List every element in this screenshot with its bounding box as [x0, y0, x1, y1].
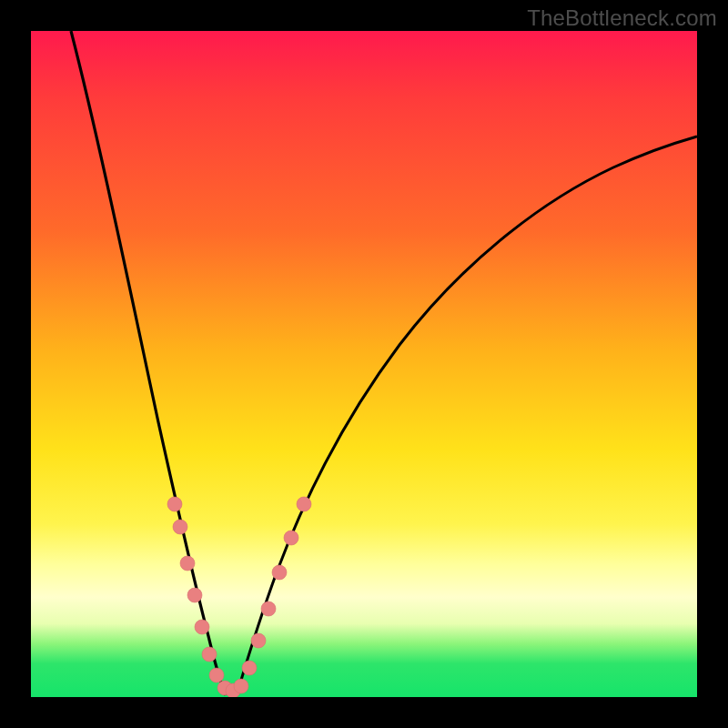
marker-dot — [202, 647, 217, 662]
plot-area — [31, 31, 697, 697]
marker-dot — [242, 661, 257, 675]
marker-cluster — [167, 497, 311, 697]
marker-dot — [297, 497, 311, 511]
chart-frame: TheBottleneck.com — [0, 0, 728, 728]
right-curve — [237, 136, 697, 695]
left-curve — [71, 31, 226, 695]
marker-dot — [187, 588, 202, 602]
marker-dot — [272, 565, 287, 580]
marker-dot — [180, 556, 195, 571]
marker-dot — [261, 602, 276, 616]
marker-dot — [209, 668, 224, 682]
marker-dot — [284, 531, 298, 545]
marker-dot — [173, 520, 187, 534]
curve-layer — [31, 31, 697, 697]
marker-dot — [195, 620, 209, 634]
marker-dot — [234, 679, 248, 693]
marker-dot — [167, 497, 182, 511]
watermark-text: TheBottleneck.com — [527, 5, 717, 31]
marker-dot — [251, 633, 266, 648]
